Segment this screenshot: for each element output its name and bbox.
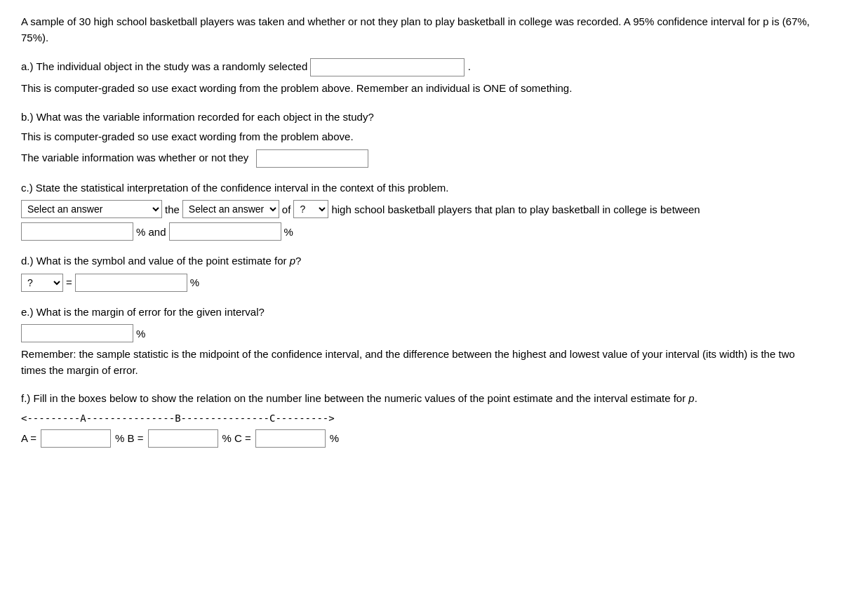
part-e-label: e.) What is the margin of error for the … (21, 304, 821, 321)
part-c-label: c.) State the statistical interpretation… (21, 180, 821, 196)
part-c-select2[interactable]: Select an answer proportion mean count (182, 200, 279, 218)
part-c-between-input[interactable] (21, 222, 133, 241)
part-c-select3[interactable]: ? p̂ p x̄ (293, 200, 328, 218)
part-e-input[interactable] (21, 324, 133, 342)
part-e-section: e.) What is the margin of error for the … (21, 304, 821, 379)
b-suffix: % C = (222, 432, 251, 444)
number-line: <---------A---------------B-------------… (21, 413, 821, 424)
part-d-section: d.) What is the symbol and value of the … (21, 253, 821, 292)
part-a-section: a.) The individual object in the study w… (21, 58, 821, 97)
part-b-label: b.) What was the variable information re… (21, 109, 821, 126)
part-d-percent: % (190, 276, 199, 288)
part-d-row: ? p̂ p x̄ μ = % (21, 274, 821, 292)
part-d-equals: = (66, 276, 72, 288)
part-b-section: b.) What was the variable information re… (21, 109, 821, 168)
part-c-row1: Select an answer We are 95% confident th… (21, 200, 821, 218)
part-c-and-text: % and (136, 226, 166, 238)
of-text: of (282, 203, 291, 215)
a-suffix: % B = (115, 432, 143, 444)
part-e-row: % (21, 324, 821, 342)
part-f-section: f.) Fill in the boxes below to show the … (21, 391, 821, 448)
part-b-note: This is computer-graded so use exact wor… (21, 129, 821, 145)
intro-section: A sample of 30 high school basketball pl… (21, 14, 821, 46)
part-f-label: f.) Fill in the boxes below to show the … (21, 391, 821, 407)
part-d-select[interactable]: ? p̂ p x̄ μ (21, 274, 63, 292)
part-c-row2: % and % (21, 222, 821, 241)
a-label: A = (21, 432, 36, 444)
part-c-percent: % (284, 226, 293, 238)
part-c-select1[interactable]: Select an answer We are 95% confident th… (21, 200, 162, 218)
part-c-and-input[interactable] (169, 222, 281, 241)
part-a-input[interactable] (310, 58, 465, 76)
part-f-a-input[interactable] (41, 429, 111, 448)
part-f-abc-row: A = % B = % C = % (21, 429, 821, 448)
intro-text: A sample of 30 high school basketball pl… (21, 14, 821, 46)
part-d-label: d.) What is the symbol and value of the … (21, 253, 821, 269)
part-c-suffix1: high school basketball players that plan… (331, 203, 700, 215)
part-a-note: This is computer-graded so use exact wor… (21, 81, 821, 97)
part-b-input-row: The variable information was whether or … (21, 149, 821, 168)
part-e-percent: % (136, 328, 145, 340)
the-text: the (165, 203, 180, 215)
part-d-value-input[interactable] (75, 274, 187, 292)
part-e-note: Remember: the sample statistic is the mi… (21, 347, 821, 378)
part-f-c-input[interactable] (255, 429, 326, 448)
part-b-input[interactable] (256, 149, 368, 168)
part-f-b-input[interactable] (148, 429, 218, 448)
c-suffix: % (330, 432, 339, 444)
part-c-section: c.) State the statistical interpretation… (21, 180, 821, 241)
part-a-label: a.) The individual object in the study w… (21, 58, 821, 76)
